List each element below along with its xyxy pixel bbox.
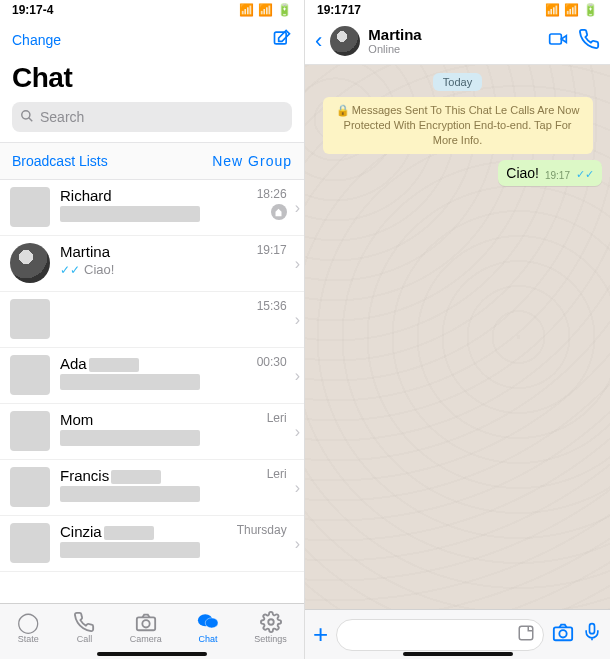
tab-camera[interactable]: Camera xyxy=(130,611,162,644)
chat-row[interactable]: Francis Leri › xyxy=(0,460,304,516)
signal-icon: 📶 xyxy=(239,3,254,17)
home-indicator xyxy=(97,652,207,656)
avatar xyxy=(10,187,50,227)
avatar xyxy=(10,467,50,507)
mute-icon xyxy=(271,204,287,220)
chat-time: Leri xyxy=(267,411,287,425)
avatar xyxy=(10,523,50,563)
chevron-right-icon: › xyxy=(295,199,300,217)
tab-bar: ◯ State Call Camera Chat Settings xyxy=(0,603,304,659)
day-separator: Today xyxy=(433,73,482,91)
status-time: 19:1717 xyxy=(317,3,361,17)
chevron-right-icon: › xyxy=(295,255,300,273)
chat-icon xyxy=(196,611,220,633)
home-indicator xyxy=(403,652,513,656)
name-redacted xyxy=(89,358,139,372)
edit-button[interactable]: Change xyxy=(12,32,61,48)
status-time: 19:17-4 xyxy=(12,3,53,17)
chat-name: Cinzia xyxy=(60,523,102,540)
status-bar: 19:17-4 📶 📶 🔋 xyxy=(0,0,304,20)
chat-row[interactable]: Martina ✓✓ Ciao! 19:17 › xyxy=(0,236,304,292)
chat-list-header: Change Chat Search xyxy=(0,20,304,142)
search-icon xyxy=(20,109,34,126)
tab-label: Camera xyxy=(130,634,162,644)
broadcast-lists-button[interactable]: Broadcast Lists xyxy=(12,153,108,169)
new-group-button[interactable]: New Group xyxy=(212,153,292,169)
message-time: 19:17 xyxy=(545,170,570,181)
lock-icon: 🔒 xyxy=(336,104,350,116)
search-placeholder: Search xyxy=(40,109,84,125)
chat-row[interactable]: Ada 00:30 › xyxy=(0,348,304,404)
svg-point-5 xyxy=(205,618,218,628)
contact-status: Online xyxy=(368,43,538,55)
tab-call[interactable]: Call xyxy=(73,611,95,644)
preview-redacted xyxy=(60,430,200,446)
name-redacted xyxy=(111,470,161,484)
attach-icon[interactable]: + xyxy=(313,619,328,650)
encryption-text: Messages Sent To This Chat Le Calls Are … xyxy=(344,104,580,146)
preview-redacted xyxy=(60,542,200,558)
chat-name: Martina xyxy=(60,243,237,260)
chat-list: Richard 18:26 › Martina ✓✓ Ciao! 1 xyxy=(0,180,304,603)
message-outgoing[interactable]: Ciao! 19:17 ✓✓ xyxy=(498,160,602,186)
svg-point-1 xyxy=(22,110,30,118)
video-call-icon[interactable] xyxy=(546,29,570,54)
chat-time: Leri xyxy=(267,467,287,481)
chat-time: Thursday xyxy=(237,523,287,537)
tab-label: State xyxy=(18,634,39,644)
avatar xyxy=(10,243,50,283)
voice-call-icon[interactable] xyxy=(578,28,600,55)
compose-icon[interactable] xyxy=(272,28,292,53)
chat-preview-text: Ciao! xyxy=(84,262,114,277)
gear-icon xyxy=(260,611,282,633)
message-text: Ciao! xyxy=(506,165,539,181)
tab-label: Settings xyxy=(254,634,287,644)
chat-time: 15:36 xyxy=(257,299,287,313)
tab-settings[interactable]: Settings xyxy=(254,611,287,644)
conversation-body: Today 🔒Messages Sent To This Chat Le Cal… xyxy=(305,65,610,609)
sticker-icon[interactable] xyxy=(517,624,535,646)
svg-point-6 xyxy=(268,619,274,625)
svg-rect-7 xyxy=(550,34,562,44)
message-input[interactable] xyxy=(336,619,544,651)
encryption-banner[interactable]: 🔒Messages Sent To This Chat Le Calls Are… xyxy=(323,97,593,154)
read-checks-icon: ✓✓ xyxy=(576,168,594,181)
chat-row[interactable]: 15:36 › xyxy=(0,292,304,348)
phone-icon xyxy=(73,611,95,633)
tab-state[interactable]: ◯ State xyxy=(17,611,39,644)
preview-redacted xyxy=(60,486,200,502)
camera-icon[interactable] xyxy=(552,621,574,648)
status-icon: ◯ xyxy=(17,611,39,633)
contact-title[interactable]: Martina Online xyxy=(368,27,538,56)
chat-name: Francis xyxy=(60,467,109,484)
svg-rect-11 xyxy=(590,624,595,634)
avatar xyxy=(10,411,50,451)
battery-icon: 🔋 xyxy=(583,3,598,17)
chevron-right-icon: › xyxy=(295,535,300,553)
tab-chat[interactable]: Chat xyxy=(196,611,220,644)
status-indicators: 📶 📶 🔋 xyxy=(545,3,598,17)
chevron-right-icon: › xyxy=(295,423,300,441)
wifi-icon: 📶 xyxy=(258,3,273,17)
preview-redacted xyxy=(60,206,200,222)
microphone-icon[interactable] xyxy=(582,621,602,648)
svg-rect-8 xyxy=(519,626,533,640)
chat-name: Richard xyxy=(60,187,237,204)
back-button[interactable]: ‹ xyxy=(315,28,322,54)
chat-name: Ada xyxy=(60,355,87,372)
avatar[interactable] xyxy=(330,26,360,56)
contact-name: Martina xyxy=(368,27,538,44)
chat-row[interactable]: Richard 18:26 › xyxy=(0,180,304,236)
search-input[interactable]: Search xyxy=(12,102,292,132)
chat-row[interactable]: Mom Leri › xyxy=(0,404,304,460)
chevron-right-icon: › xyxy=(295,479,300,497)
svg-point-3 xyxy=(142,620,149,627)
chevron-right-icon: › xyxy=(295,311,300,329)
list-actions-row: Broadcast Lists New Group xyxy=(0,142,304,180)
chat-row[interactable]: Cinzia Thursday › xyxy=(0,516,304,572)
preview-redacted xyxy=(60,374,200,390)
signal-icon: 📶 xyxy=(545,3,560,17)
svg-point-10 xyxy=(559,630,566,637)
chat-name: Mom xyxy=(60,411,237,428)
battery-icon: 🔋 xyxy=(277,3,292,17)
